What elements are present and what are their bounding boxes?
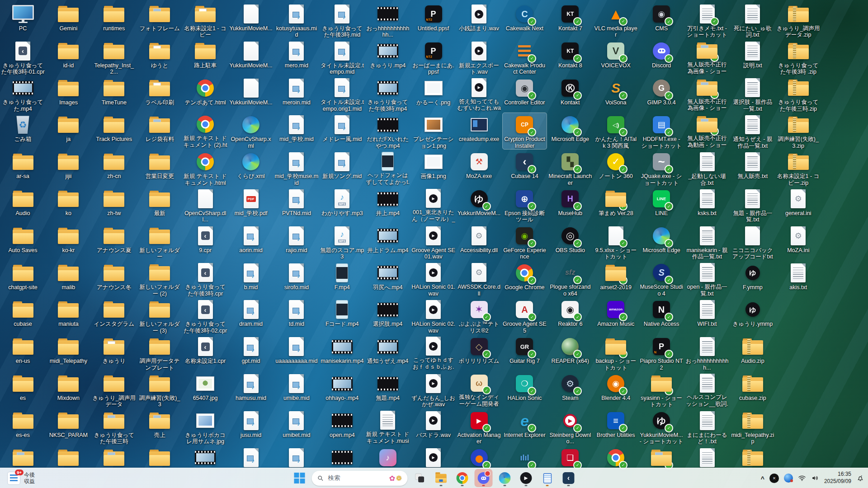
desktop-icon-通知うぜえ.mp4[interactable]: 通知うぜえ.mp4	[366, 335, 410, 371]
tray-close-x-icon[interactable]: ×	[769, 474, 779, 483]
desktop-icon-Crypton Product Installer[interactable]: CP✓Crypton Product Installer	[503, 113, 547, 149]
desktop-icon-cubase.zip[interactable]: cubase.zip	[731, 372, 774, 408]
desktop-icon-ohhayo-.mp4[interactable]: ohhayo-.mp4	[320, 372, 364, 408]
desktop-icon-死にたい_ゅ歌詞.txt[interactable]: 死にたい_ゅ歌詞.txt	[731, 2, 774, 38]
desktop-icon-meroin.mid[interactable]: ♪meroin.mid	[274, 76, 318, 113]
desktop-icon-mid_学校muse.mid[interactable]: ♪mid_学校muse.mid	[274, 150, 318, 186]
desktop-icon-runtimes[interactable]: runtimes	[92, 2, 136, 38]
desktop-icon-ニコニコバックアップコードtxt[interactable]: ニコニコバックアップコードtxt	[731, 224, 774, 260]
desktop-icon-YukkuriMovieM...[interactable]: YukkuriMovieM...	[229, 76, 273, 113]
desktop-icon-おっhhhhhhhhhhhh...[interactable]: おっhhhhhhhhhhhh...	[366, 2, 410, 38]
desktop-icon-調声練習(失敗)_3.zip[interactable]: 調声練習(失敗)_3.zip	[776, 113, 820, 149]
desktop-icon-おーばーまにあ.ppsf[interactable]: PNT2おーばーまにあ.ppsf	[411, 39, 455, 75]
desktop-icon-井上.mp4[interactable]: 井上.mp4	[366, 187, 410, 223]
desktop-icon-midi_Telepathy.zip[interactable]: midi_Telepathy.zip	[731, 409, 774, 445]
desktop-icon-zh-tw[interactable]: zh-tw	[92, 187, 136, 223]
desktop-icon-画像1.png[interactable]: 画像1.png	[411, 150, 455, 186]
desktop-icon-万引きメモ.txt - ショートカット[interactable]: ✓万引きメモ.txt - ショートカット	[685, 2, 729, 38]
desktop-icon-ko[interactable]: ko	[47, 187, 90, 223]
desktop-icon-きゅうり食ってた午後3時-02.cpr[interactable]: ‹きゅうり食ってた午後3時-02.cpr	[184, 298, 227, 334]
desktop-icon-ko-kr[interactable]: ko-kr	[47, 224, 90, 260]
desktop-icon-Amazon Music[interactable]: amazon✓Amazon Music	[594, 298, 638, 334]
wifi-icon[interactable]	[798, 474, 806, 482]
desktop-icon-hamusu.mid[interactable]: ♪hamusu.mid	[229, 372, 273, 408]
desktop-icon-くらび.xml[interactable]: くらび.xml	[229, 150, 273, 186]
desktop-icon-REAPER (x64)[interactable]: ✓REAPER (x64)	[548, 335, 592, 371]
desktop-icon-ヘッドフォンはずしててよかっt.mp4[interactable]: ヘッドフォンはずしててよかっt.mp4	[366, 150, 410, 186]
desktop-icon-きゅうり食ってた午後3時 .zip[interactable]: きゅうり食ってた午後3時 .zip	[776, 39, 820, 75]
desktop-icon-aorin.mid[interactable]: ♪aorin.mid	[229, 224, 273, 260]
desktop-icon-Images[interactable]: Images	[47, 76, 90, 113]
desktop-icon-rajio.mid[interactable]: ♪rajio.mid	[274, 224, 318, 260]
desktop-icon-売上[interactable]: 売上	[138, 409, 182, 445]
desktop-icon-Internet Explorer[interactable]: e✓Internet Explorer	[503, 409, 547, 445]
desktop-icon-GeForce Experience[interactable]: ◉✓GeForce Experience	[503, 224, 547, 260]
desktop-icon-ノートン 360[interactable]: ✓✓ノートン 360	[594, 150, 638, 186]
desktop-icon-umibe.mid[interactable]: ♪umibe.mid	[274, 372, 318, 408]
taskbar-app-media-player[interactable]: ▶	[517, 469, 535, 487]
desktop-icon-名称未設定1.cpr[interactable]: ‹名称未設定1.cpr	[184, 335, 227, 371]
desktop-icon-ja[interactable]: ja	[47, 113, 90, 149]
desktop-icon-MuseHub[interactable]: H✓MuseHub	[548, 187, 592, 223]
desktop-icon-Gemini[interactable]: Gemini	[47, 2, 90, 38]
desktop-icon-Piapro Studio NT2[interactable]: PN✓Piapro Studio NT2	[640, 335, 684, 371]
desktop-icon-zh-cn[interactable]: zh-cn	[92, 150, 136, 186]
desktop-icon-Accessibility.dll[interactable]: ⚙Accessibility.dll	[457, 224, 501, 260]
desktop-icon-きゅうり食ってた午後3時.mp4[interactable]: きゅうり食ってた午後3時.mp4	[366, 76, 410, 113]
desktop-icon-chatgpt-site[interactable]: chatgpt-site	[1, 261, 45, 297]
desktop-icon-airset2-2019[interactable]: ✓airset2-2019	[594, 261, 638, 297]
desktop-icon-かんたん！AITalk 3 関西風[interactable]: ◁)✓かんたん！AITalk 3 関西風	[594, 113, 638, 149]
desktop-icon-きゅうり[interactable]: きゅうり	[92, 335, 136, 371]
desktop-icon-かるーく.png[interactable]: かるーく.png	[411, 76, 455, 113]
desktop-icon-ksks.txt[interactable]: ksks.txt	[685, 187, 729, 223]
desktop-icon-gpt.mid[interactable]: ♪gpt.mid	[229, 335, 273, 371]
desktop-icon-無人販売不正行為画像 - ショートカット[interactable]: ✓無人販売不正行為画像 - ショートカット	[685, 76, 729, 113]
start-button[interactable]	[291, 469, 309, 487]
desktop-icon-65407.jpg[interactable]: 65407.jpg	[184, 372, 227, 408]
desktop-icon-Plogue sforzando x64[interactable]: sfz✓Plogue sforzando x64	[548, 261, 592, 297]
desktop-icon-mid_学校.pdf[interactable]: PDFmid_学校.pdf	[229, 187, 273, 223]
desktop-icon-HDDFMT.exe - ショートカット[interactable]: ▤✓HDDFMT.exe - ショートカット	[640, 113, 684, 149]
desktop-icon-NKSC_PARAM[interactable]: NKSC_PARAM	[47, 409, 90, 445]
desktop-icon-F.mp4[interactable]: F.mp4	[320, 261, 364, 297]
desktop-icon-ヘルスコンプレッション__歌詞.txt[interactable]: ヘルスコンプレッション__歌詞.txt	[685, 372, 729, 408]
desktop-icon-アナウンス夏[interactable]: アナウンス夏	[92, 224, 136, 260]
desktop-icon-LINE[interactable]: LINE✓LINE	[640, 187, 684, 223]
desktop-icon-es-es[interactable]: es-es	[1, 409, 45, 445]
desktop-icon-ぷよぷよ™テトリス®2[interactable]: ✶✓ぷよぷよ™テトリス®2	[457, 298, 501, 334]
desktop-icon-syasinn - ショートカット[interactable]: ✓syasinn - ショートカット	[640, 372, 684, 408]
desktop-icon-だれだFXいれたやつ.mp4[interactable]: だれだFXいれたやつ.mp4	[366, 113, 410, 149]
desktop-icon-Microsoft Edge[interactable]: ✓Microsoft Edge	[548, 113, 592, 149]
taskbar-app-cubase[interactable]: ‹	[560, 469, 578, 487]
desktop-icon-Untitled.ppsf[interactable]: PNT2Untitled.ppsf	[411, 2, 455, 38]
desktop-icon-createdump.exe[interactable]: createdump.exe	[457, 113, 501, 149]
desktop-icon-OpenCvSharp.xml[interactable]: OpenCvSharp.xml	[229, 113, 273, 149]
desktop-icon-井上ドラム.mp4[interactable]: 井上ドラム.mp4	[366, 224, 410, 260]
desktop-icon-Cakewalk Product Center[interactable]: ✓Cakewalk Product Center	[503, 39, 547, 75]
taskbar-app-microsoft-edge[interactable]	[496, 469, 514, 487]
tray-chevron-icon[interactable]: ^	[761, 475, 764, 483]
desktop-icon-インスタグラム[interactable]: インスタグラム	[92, 298, 136, 334]
desktop-icon-YukkuriMovieM... - ショートカット[interactable]: ゆ✓YukkuriMovieM... - ショートカット	[640, 409, 684, 445]
desktop-icon-general.ini[interactable]: ⚙general.ini	[776, 187, 820, 223]
desktop-icon-選択肢 - 親作品一覧.txt[interactable]: 選択肢 - 親作品一覧.txt	[731, 76, 774, 113]
desktop-icon-わかりやす.mp3[interactable]: ♪MP3わかりやす.mp3	[320, 187, 364, 223]
desktop-icon-おっhhhhhhhhhhh...[interactable]: おっhhhhhhhhhhh...	[685, 335, 729, 371]
desktop-icon-Steinberg Downlo...[interactable]: ▶✓Steinberg Downlo...	[548, 409, 592, 445]
desktop-icon-maniuta[interactable]: maniuta	[47, 298, 90, 334]
desktop-icon-AWSSDK.Core.dll[interactable]: ⚙AWSSDK.Core.dll	[457, 261, 501, 297]
search-box[interactable]: 検索 ✿❁	[312, 471, 408, 486]
desktop-icon-HALion Sonic 01.wav[interactable]: ▶HALion Sonic 01.wav	[411, 261, 455, 297]
desktop-icon-きゅうりボカコレ用サムネ.jpg[interactable]: きゅうりボカコレ用サムネ.jpg	[184, 409, 227, 445]
desktop-icon-9.cpr[interactable]: ‹9.cpr	[184, 224, 227, 260]
desktop-icon-新しいフォルダー (2)[interactable]: 新しいフォルダー (2)	[138, 261, 182, 297]
desktop-icon-Native Access[interactable]: N✓Native Access	[640, 298, 684, 334]
desktop-icon-タイトル未設定.tempo.orig1.mid[interactable]: ♪タイトル未設定.tempo.orig1.mid	[320, 76, 364, 113]
desktop-icon-まにまにわーるど！.txt[interactable]: まにまにわーるど！.txt	[685, 409, 729, 445]
desktop-icon-きゅうり_調声用データ.zip[interactable]: きゅうり_調声用データ.zip	[776, 2, 820, 38]
desktop-icon-HALion Sonic[interactable]: ❍✓HALion Sonic	[503, 372, 547, 408]
desktop-icon-名称未設定1 - コピー.zip[interactable]: 名称未設定1 - コピー.zip	[776, 150, 820, 186]
desktop-icon-羽尻へ.mp4[interactable]: 羽尻へ.mp4	[366, 261, 410, 297]
desktop-icon-YukkuriMovieM...[interactable]: YukkuriMovieM...	[229, 39, 273, 75]
desktop-icon-無題のスコア.mp3[interactable]: ♪MP3無題のスコア.mp3	[320, 224, 364, 260]
